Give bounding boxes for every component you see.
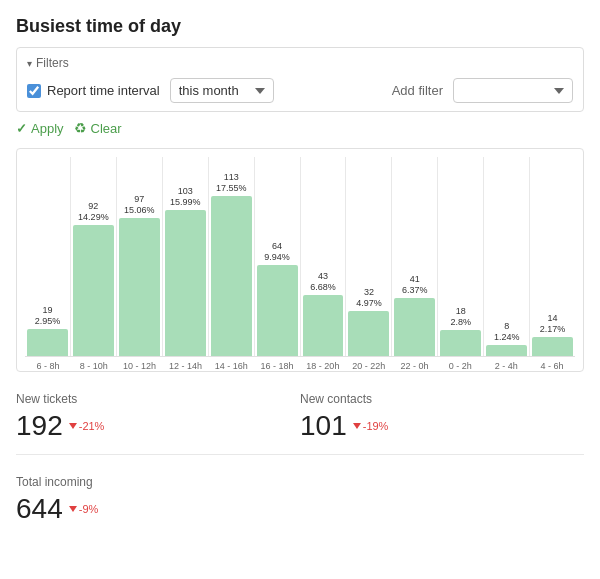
x-axis-label: 14 - 16h [208, 361, 254, 371]
bar-col: 10315.99% [163, 157, 209, 356]
x-axis-label: 4 - 6h [529, 361, 575, 371]
new-contacts-value-row: 101 -19% [300, 410, 584, 442]
bar-fill [348, 311, 389, 356]
x-axis-label: 0 - 2h [437, 361, 483, 371]
bar-value-label: 9715.06% [124, 194, 155, 216]
new-tickets-value-row: 192 -21% [16, 410, 300, 442]
bar-fill [119, 218, 160, 356]
arrow-down-icon-2 [353, 423, 361, 429]
bar-fill [303, 295, 344, 356]
report-time-interval-checkbox[interactable] [27, 84, 41, 98]
x-axis-label: 2 - 4h [483, 361, 529, 371]
action-row: ✓ Apply ♻ Clear [16, 120, 584, 136]
report-time-interval-label: Report time interval [47, 83, 160, 98]
bar-col: 142.17% [530, 157, 575, 356]
total-incoming-value-row: 644 -9% [16, 493, 584, 525]
bar-col: 81.24% [484, 157, 530, 356]
clear-label: Clear [91, 121, 122, 136]
bar-fill [394, 298, 435, 356]
bar-col: 649.94% [255, 157, 301, 356]
new-contacts-label: New contacts [300, 392, 584, 406]
new-contacts-change: -19% [353, 420, 389, 432]
filters-section: ▾ Filters Report time interval this mont… [16, 47, 584, 112]
apply-label: Apply [31, 121, 64, 136]
bar-value-label: 416.37% [402, 274, 428, 296]
filters-title: ▾ Filters [27, 56, 573, 70]
chevron-down-icon: ▾ [27, 58, 32, 69]
new-tickets-change-pct: -21% [79, 420, 105, 432]
new-contacts-change-pct: -19% [363, 420, 389, 432]
filters-label: Filters [36, 56, 69, 70]
x-axis-label: 18 - 20h [300, 361, 346, 371]
check-icon: ✓ [16, 121, 27, 136]
bar-col: 9214.29% [71, 157, 117, 356]
bar-value-label: 10315.99% [170, 186, 201, 208]
new-contacts-value: 101 [300, 410, 347, 442]
time-interval-select[interactable]: this month last month last 7 days last 3… [170, 78, 274, 103]
x-axis-label: 10 - 12h [117, 361, 163, 371]
total-incoming-stat: Total incoming 644 -9% [16, 467, 584, 525]
apply-button[interactable]: ✓ Apply [16, 121, 64, 136]
page-title: Busiest time of day [16, 16, 584, 37]
bar-fill [257, 265, 298, 356]
chart-bars: 192.95%9214.29%9715.06%10315.99%11317.55… [25, 157, 575, 357]
bar-value-label: 324.97% [356, 287, 382, 309]
new-tickets-value: 192 [16, 410, 63, 442]
bar-value-label: 192.95% [35, 305, 61, 327]
bar-col: 436.68% [301, 157, 347, 356]
bar-fill [27, 329, 68, 356]
x-axis-label: 16 - 18h [254, 361, 300, 371]
new-contacts-stat: New contacts 101 -19% [300, 392, 584, 442]
new-tickets-change: -21% [69, 420, 105, 432]
chart-x-labels: 6 - 8h8 - 10h10 - 12h12 - 14h14 - 16h16 … [25, 361, 575, 371]
bar-col: 416.37% [392, 157, 438, 356]
total-incoming-change: -9% [69, 503, 99, 515]
total-incoming-label: Total incoming [16, 475, 584, 489]
new-tickets-label: New tickets [16, 392, 300, 406]
bar-fill [211, 196, 252, 356]
bar-col: 9715.06% [117, 157, 163, 356]
bar-value-label: 182.8% [451, 306, 472, 328]
bar-value-label: 81.24% [494, 321, 520, 343]
bar-value-label: 9214.29% [78, 201, 109, 223]
bar-value-label: 436.68% [310, 271, 336, 293]
arrow-down-icon-3 [69, 506, 77, 512]
bar-value-label: 11317.55% [216, 172, 247, 194]
add-filter-select[interactable] [453, 78, 573, 103]
bar-value-label: 142.17% [540, 313, 566, 335]
arrow-down-icon [69, 423, 77, 429]
recycle-icon: ♻ [74, 120, 87, 136]
bar-col: 324.97% [346, 157, 392, 356]
bar-fill [440, 330, 481, 356]
bar-col: 182.8% [438, 157, 484, 356]
bar-fill [73, 225, 114, 356]
filter-row: Report time interval this month last mon… [27, 78, 573, 103]
x-axis-label: 22 - 0h [392, 361, 438, 371]
x-axis-label: 20 - 22h [346, 361, 392, 371]
bar-fill [165, 210, 206, 356]
x-axis-label: 12 - 14h [162, 361, 208, 371]
chart-container: 192.95%9214.29%9715.06%10315.99%11317.55… [16, 148, 584, 372]
total-incoming-change-pct: -9% [79, 503, 99, 515]
total-incoming-value: 644 [16, 493, 63, 525]
add-filter-label: Add filter [392, 83, 443, 98]
bar-col: 11317.55% [209, 157, 255, 356]
bar-fill [532, 337, 573, 356]
new-tickets-stat: New tickets 192 -21% [16, 392, 300, 442]
stats-row: New tickets 192 -21% New contacts 101 -1… [16, 392, 584, 455]
bar-value-label: 649.94% [264, 241, 290, 263]
bar-fill [486, 345, 527, 356]
x-axis-label: 6 - 8h [25, 361, 71, 371]
x-axis-label: 8 - 10h [71, 361, 117, 371]
report-time-interval-filter[interactable]: Report time interval [27, 83, 160, 98]
bar-col: 192.95% [25, 157, 71, 356]
clear-button[interactable]: ♻ Clear [74, 120, 122, 136]
